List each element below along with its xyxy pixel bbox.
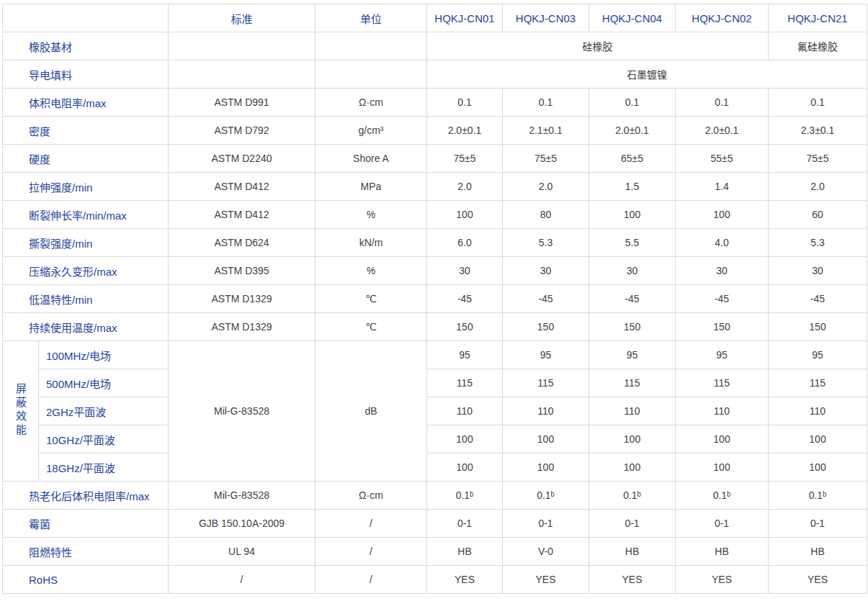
- table-row: 阻燃特性UL 94/HBV-0HBHBHB: [3, 538, 867, 566]
- value-cell: 30: [503, 257, 589, 285]
- value-cell: 0-1: [427, 510, 503, 538]
- unit-cell: MPa: [316, 173, 427, 201]
- value-cell: 110: [769, 397, 867, 425]
- unit-cell: [316, 32, 427, 60]
- value-cell: 0.1: [427, 89, 503, 117]
- standard-cell: [169, 32, 316, 60]
- corner-cell: [3, 4, 169, 32]
- table-row: 热老化后体积电阻率/maxMil-G-83528Ω·cm0.1ᵇ0.1ᵇ0.1ᵇ…: [3, 482, 867, 510]
- standard-cell: ASTM D412: [169, 173, 316, 201]
- standard-cell: ASTM D395: [169, 257, 316, 285]
- table-row: 2GHz平面波110110110110110: [3, 397, 867, 425]
- standard-cell: ASTM D412: [169, 201, 316, 229]
- value-cell: 0-1: [503, 510, 589, 538]
- standard-cell: ASTM D991: [169, 89, 316, 117]
- value-cell: 100: [589, 425, 676, 453]
- value-cell: 1.5: [589, 173, 676, 201]
- row-label: 阻燃特性: [3, 538, 169, 566]
- value-cell: 2.0±0.1: [589, 117, 676, 145]
- value-cell: 100: [503, 453, 589, 482]
- unit-cell: g/cm³: [316, 117, 427, 145]
- table-row: 持续使用温度/maxASTM D1329℃150150150150150: [3, 313, 867, 341]
- value-cell: YES: [676, 566, 769, 594]
- row-label: 压缩永久变形/max: [3, 257, 169, 285]
- unit-cell: ℃: [316, 313, 427, 341]
- spec-table: 标准 单位 HQKJ-CN01 HQKJ-CN03 HQKJ-CN04 HQKJ…: [2, 4, 867, 594]
- header-row: 标准 单位 HQKJ-CN01 HQKJ-CN03 HQKJ-CN04 HQKJ…: [3, 4, 867, 32]
- value-cell: -45: [589, 285, 676, 313]
- value-cell: 1.4: [676, 173, 769, 201]
- col-header-product: HQKJ-CN02: [676, 4, 769, 32]
- row-label: 霉菌: [3, 510, 169, 538]
- value-cell: 6.0: [427, 229, 503, 257]
- unit-cell: /: [316, 566, 427, 594]
- value-cell: HB: [427, 538, 503, 566]
- unit-cell: /: [316, 538, 427, 566]
- value-cell: 2.0: [427, 173, 503, 201]
- table-row: 撕裂强度/minASTM D624kN/m6.05.35.54.05.3: [3, 229, 867, 257]
- value-cell: 0.1: [676, 89, 769, 117]
- page: 标准 单位 HQKJ-CN01 HQKJ-CN03 HQKJ-CN04 HQKJ…: [0, 0, 868, 597]
- value-cell: 30: [589, 257, 676, 285]
- value-cell: 2.0±0.1: [676, 117, 769, 145]
- value-cell: 65±5: [589, 145, 676, 173]
- value-cell: 75±5: [427, 145, 503, 173]
- col-header-product: HQKJ-CN03: [503, 4, 589, 32]
- value-cell: 100: [676, 453, 769, 482]
- row-label: 低温特性/min: [3, 285, 169, 313]
- value-cell: 0.1ᵇ: [427, 482, 503, 510]
- value-cell: 0.1ᵇ: [503, 482, 589, 510]
- row-label: 硬度: [3, 145, 169, 173]
- value-cell: 0.1ᵇ: [676, 482, 769, 510]
- table-row: 压缩永久变形/maxASTM D395%3030303030: [3, 257, 867, 285]
- value-cell: 110: [503, 397, 589, 425]
- standard-cell: ASTM D1329: [169, 285, 316, 313]
- table-row: 密度ASTM D792g/cm³2.0±0.12.1±0.12.0±0.12.0…: [3, 117, 867, 145]
- value-cell: 0.1: [503, 89, 589, 117]
- table-row: 硬度ASTM D2240Shore A75±575±565±555±575±5: [3, 145, 867, 173]
- material-span-cell: 石墨镀镍: [427, 60, 867, 89]
- value-cell: YES: [503, 566, 589, 594]
- unit-cell: ℃: [316, 285, 427, 313]
- unit-cell: /: [316, 510, 427, 538]
- value-cell: 100: [427, 453, 503, 482]
- value-cell: 115: [427, 369, 503, 397]
- value-cell: 30: [427, 257, 503, 285]
- value-cell: -45: [769, 285, 867, 313]
- value-cell: 95: [427, 341, 503, 369]
- value-cell: 150: [427, 313, 503, 341]
- standard-cell: ASTM D624: [169, 229, 316, 257]
- value-cell: 100: [769, 453, 867, 482]
- row-label: 2GHz平面波: [39, 397, 169, 425]
- value-cell: 100: [676, 425, 769, 453]
- col-header-product: HQKJ-CN01: [427, 4, 503, 32]
- value-cell: 0.1ᵇ: [589, 482, 676, 510]
- value-cell: 110: [676, 397, 769, 425]
- value-cell: 110: [427, 397, 503, 425]
- value-cell: -45: [503, 285, 589, 313]
- value-cell: 150: [503, 313, 589, 341]
- col-header-unit: 单位: [316, 4, 427, 32]
- row-label: 500MHz/电场: [39, 369, 169, 397]
- unit-cell: dB: [316, 341, 427, 482]
- standard-cell: [169, 60, 316, 89]
- row-label: 撕裂强度/min: [3, 229, 169, 257]
- row-label: 密度: [3, 117, 169, 145]
- standard-cell: /: [169, 566, 316, 594]
- value-cell: 75±5: [503, 145, 589, 173]
- value-cell: 115: [503, 369, 589, 397]
- material-span-cell: 氟硅橡胶: [769, 32, 867, 60]
- standard-cell: Mil-G-83528: [169, 482, 316, 510]
- table-row: 500MHz/电场115115115115115: [3, 369, 867, 397]
- value-cell: 100: [503, 425, 589, 453]
- value-cell: 0-1: [769, 510, 867, 538]
- value-cell: 55±5: [676, 145, 769, 173]
- value-cell: 150: [589, 313, 676, 341]
- table-row: 断裂伸长率/min/maxASTM D412%1008010010060: [3, 201, 867, 229]
- value-cell: 95: [589, 341, 676, 369]
- value-cell: 2.1±0.1: [503, 117, 589, 145]
- row-label: 热老化后体积电阻率/max: [3, 482, 169, 510]
- value-cell: 0.1: [769, 89, 867, 117]
- value-cell: YES: [769, 566, 867, 594]
- unit-cell: [316, 60, 427, 89]
